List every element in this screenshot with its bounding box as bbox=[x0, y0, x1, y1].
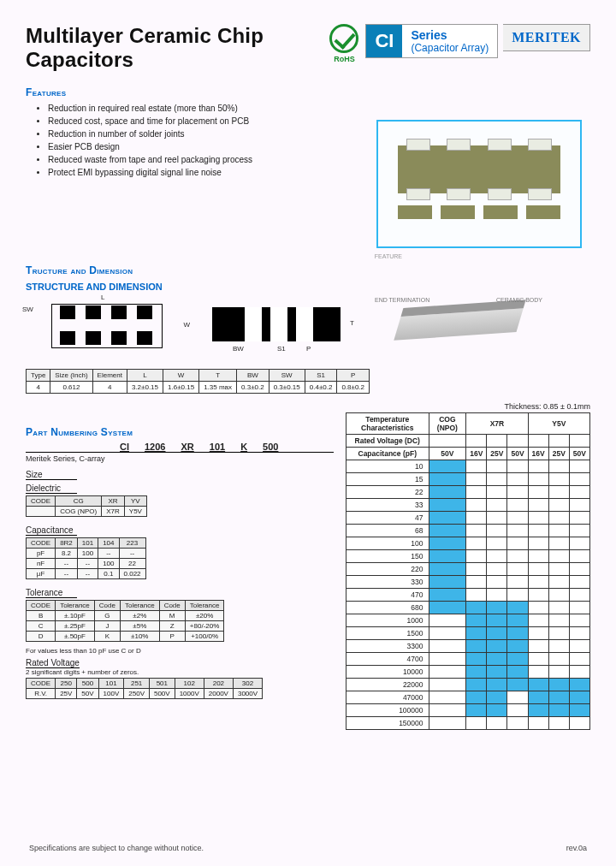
dim-label-l: L bbox=[101, 294, 104, 301]
page-footer: Specifications are subject to change wit… bbox=[29, 844, 587, 852]
series-code: CI bbox=[366, 25, 402, 57]
pns-example-codes: CI1206XR101K500 bbox=[26, 442, 334, 453]
tolerance-note: For values less than 10 pF use C or D bbox=[26, 647, 334, 655]
pns-label-tolerance: Tolerance bbox=[26, 588, 77, 598]
chip-body-illustration bbox=[398, 145, 560, 193]
part-numbering-section: Part Numbering System CI1206XR101K500 Me… bbox=[26, 402, 334, 730]
dimension-figures-row: L W SW BW S1 P T END TERMINATION CERAMIC… bbox=[26, 295, 590, 362]
top-view-figure: L W SW bbox=[26, 295, 180, 362]
dim-label-s1: S1 bbox=[277, 345, 286, 353]
structure-heading: Tructure and Dimension bbox=[26, 264, 590, 276]
features-heading: Features bbox=[26, 86, 590, 98]
dim-label-w: W bbox=[183, 321, 190, 329]
rohs-badge: RoHS bbox=[328, 24, 360, 63]
dim-label-t: T bbox=[350, 319, 354, 327]
check-circle-icon bbox=[329, 24, 358, 53]
dielectric-table: CODECGXRYVCOG (NPO)X7RY5V bbox=[26, 495, 147, 517]
brand-name: MERITEK bbox=[512, 30, 581, 45]
chip-edge-illustration bbox=[398, 205, 560, 222]
series-subtitle: (Capacitor Array) bbox=[411, 42, 489, 54]
tolerance-table: CODEToleranceCodeToleranceCodeToleranceB… bbox=[26, 600, 224, 642]
label-ceramic-body: CERAMIC BODY bbox=[496, 297, 542, 303]
structure-subheading: STRUCTURE AND DIMENSION bbox=[26, 282, 590, 292]
pns-example-prefix: Meritek Series, C-array bbox=[26, 454, 334, 463]
capacitance-availability-table: Temperature CharacteristicsCOG (NPO)X7RY… bbox=[346, 412, 590, 730]
label-end-termination: END TERMINATION bbox=[375, 297, 429, 303]
page-header: Multilayer Ceramic Chip Capacitors RoHS … bbox=[26, 24, 590, 71]
page: Multilayer Ceramic Chip Capacitors RoHS … bbox=[0, 0, 616, 866]
pns-label-size: Size bbox=[26, 470, 77, 480]
brand-box: MERITEK bbox=[503, 24, 590, 51]
product-photo-box bbox=[376, 120, 582, 248]
rohs-label: RoHS bbox=[328, 55, 360, 63]
voltage-table: CODE250500101251501102202302R.V.25V50V10… bbox=[26, 678, 263, 699]
structure-section: Tructure and Dimension STRUCTURE AND DIM… bbox=[26, 264, 590, 394]
lower-columns: Part Numbering System CI1206XR101K500 Me… bbox=[26, 402, 590, 730]
pns-heading: Part Numbering System bbox=[26, 426, 334, 438]
footer-note: Specifications are subject to change wit… bbox=[29, 844, 204, 852]
series-info: Series (Capacitor Array) bbox=[402, 25, 497, 57]
dim-label-p: P bbox=[306, 345, 311, 353]
perspective-figure: END TERMINATION CERAMIC BODY bbox=[373, 295, 544, 362]
thickness-note: Thickness: 0.85 ± 0.1mm bbox=[346, 402, 590, 411]
series-label: Series bbox=[411, 28, 489, 42]
capacitance-code-table: CODE8R2101104223pF8.2100----nF----10022µ… bbox=[26, 537, 146, 579]
page-title: Multilayer Ceramic Chip Capacitors bbox=[26, 24, 323, 71]
pns-label-capacitance: Capacitance bbox=[26, 525, 77, 536]
dimension-table: TypeSize (Inch)ElementLWTBWSWS1P40.61243… bbox=[26, 369, 370, 394]
voltage-note: 2 significant digits + number of zeros. bbox=[26, 668, 334, 676]
pns-label-voltage: Rated Voltage bbox=[26, 658, 80, 668]
feature-item: Reduction in required real estate (more … bbox=[48, 102, 590, 115]
dim-label-sw: SW bbox=[22, 305, 33, 313]
capacitance-availability-panel: Thickness: 0.85 ± 0.1mm Temperature Char… bbox=[346, 402, 590, 730]
dim-label-bw: BW bbox=[233, 345, 244, 353]
revision-label: rev.0a bbox=[566, 844, 587, 852]
pns-label-dielectric: Dielectric bbox=[26, 483, 77, 494]
series-box: CI Series (Capacitor Array) bbox=[365, 24, 498, 58]
feature-caption: FEATURE bbox=[375, 253, 402, 259]
side-view-figure: BW S1 P T bbox=[204, 299, 349, 359]
